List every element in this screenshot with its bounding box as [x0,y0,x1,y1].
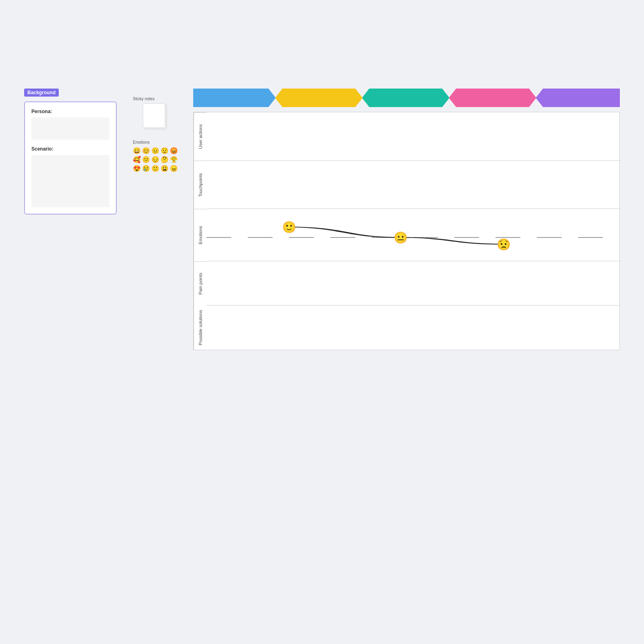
stage-label-awareness: Awareness [217,95,249,101]
persona-scenario-card: Persona: Scenario: [24,101,117,215]
stage-label-consideration: Consideration [299,95,340,101]
stage-consideration[interactable]: Consideration [275,89,363,107]
emoji-item[interactable]: 😠 [170,165,178,172]
emoji-item[interactable]: 😩 [161,165,169,172]
sticky-note-back [143,103,165,128]
emoji-item[interactable]: 😀 [133,147,141,155]
row-emotions[interactable]: 🙂😐😟 [206,209,619,261]
sticky-notes-label: Sticky notes [133,97,155,101]
label-touchpoints: Touchpoints [194,161,206,209]
emoji-item[interactable]: 😡 [170,147,178,155]
emoji-item[interactable]: 😊 [142,147,150,155]
sticky-note-stack[interactable] [143,103,167,130]
row-touchpoints[interactable] [206,161,619,209]
emotion-point-0[interactable]: 🙂 [282,221,296,234]
emoji-item[interactable]: 😔 [151,156,159,163]
stage-label-onboarding: Onboarding [476,95,510,101]
emoji-item[interactable]: 😐 [151,147,159,155]
emoji-item[interactable]: 😟 [161,147,169,155]
emotions-widget: Emotions 😀😊😐😟😡🥰😕😔🤔😤😍😢🙁😩😠 [133,140,177,172]
stage-label-advocacy: Advocacy [566,95,594,101]
label-pain-points: Pain points [194,261,206,305]
scenario-field[interactable] [31,155,109,207]
emotions-svg [206,209,619,261]
row-user-actions[interactable] [206,112,619,161]
emotions-label: Emotions [133,140,177,144]
row-labels: User actions Touchpoints Emotions Pain p… [194,112,206,350]
stage-purchase[interactable]: Purchase [362,89,450,107]
emoji-grid: 😀😊😐😟😡🥰😕😔🤔😤😍😢🙁😩😠 [133,147,177,172]
journey-panel: AwarenessConsiderationPurchaseOnboarding… [193,89,620,350]
label-possible-solutions: Possible solutions [194,305,206,350]
stages-row: AwarenessConsiderationPurchaseOnboarding… [193,89,620,107]
emoji-item[interactable]: 🙁 [151,165,159,172]
stage-label-purchase: Purchase [393,95,420,101]
grid-content: 🙂😐😟 [206,112,619,350]
journey-grid: User actions Touchpoints Emotions Pain p… [193,112,620,350]
row-pain-points[interactable] [206,261,619,305]
emoji-item[interactable]: 😤 [170,156,178,163]
label-user-actions: User actions [194,112,206,161]
emoji-item[interactable]: 🥰 [133,156,141,163]
persona-field[interactable] [31,118,109,140]
emoji-item[interactable]: 😢 [142,165,150,172]
left-panel: Background Persona: Scenario: [24,89,117,215]
emotion-point-1[interactable]: 😐 [394,231,408,244]
row-possible-solutions[interactable] [206,305,619,350]
stage-onboarding[interactable]: Onboarding [449,89,536,107]
emoji-item[interactable]: 😕 [142,156,150,163]
emoji-item[interactable]: 🤔 [161,156,169,163]
label-emotions: Emotions [194,209,206,261]
stage-advocacy[interactable]: Advocacy [536,89,620,107]
scenario-label: Scenario: [31,146,109,152]
emoji-item[interactable]: 😍 [133,165,141,172]
persona-label: Persona: [31,109,109,114]
stage-awareness[interactable]: Awareness [193,89,276,107]
background-badge[interactable]: Background [24,89,59,97]
emotion-point-2[interactable]: 😟 [497,237,511,251]
middle-panel: Sticky notes Emotions 😀😊😐😟😡🥰😕😔🤔😤😍😢🙁😩😠 [133,89,177,172]
sticky-notes-widget: Sticky notes [133,97,177,130]
